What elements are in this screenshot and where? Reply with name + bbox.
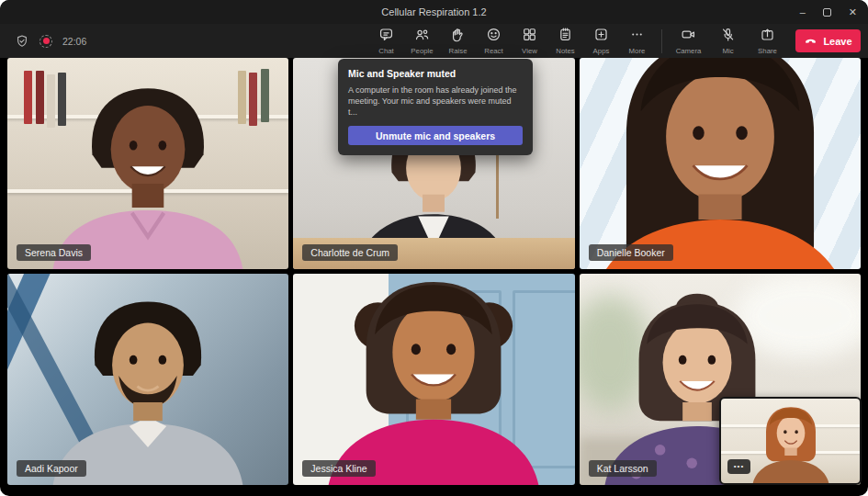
react-button[interactable]: React xyxy=(476,24,512,58)
notification-title: Mic and Speaker muted xyxy=(348,68,523,79)
people-button[interactable]: People xyxy=(404,24,440,58)
view-grid-icon xyxy=(522,27,537,46)
react-label: React xyxy=(484,47,502,55)
video-tile-jessica-kline[interactable]: Jessica Kline xyxy=(293,274,574,485)
people-label: People xyxy=(411,47,433,55)
more-button[interactable]: More xyxy=(619,24,655,58)
maximize-button[interactable] xyxy=(823,8,831,17)
toolbar-buttons: Chat People Raise React View Notes xyxy=(368,24,861,58)
notes-icon xyxy=(558,27,573,46)
camera-icon xyxy=(681,27,696,46)
teams-meeting-window: Cellular Respiration 1.2 – ✕ 22:06 Chat … xyxy=(0,0,868,496)
person-illustration xyxy=(293,274,574,485)
toolbar-divider xyxy=(661,29,662,53)
share-label: Share xyxy=(758,47,777,55)
minimize-button[interactable]: – xyxy=(800,7,806,17)
meeting-timer: 22:06 xyxy=(62,36,86,47)
apps-button[interactable]: Apps xyxy=(583,24,619,58)
participant-name-label: Serena Davis xyxy=(17,244,91,261)
chat-button[interactable]: Chat xyxy=(368,24,404,58)
self-person-illustration xyxy=(734,400,847,485)
close-button[interactable]: ✕ xyxy=(849,7,857,17)
meeting-toolbar: 22:06 Chat People Raise React View xyxy=(0,24,868,58)
person-illustration xyxy=(16,288,280,485)
shield-check-icon[interactable] xyxy=(15,34,29,49)
people-icon xyxy=(414,27,430,46)
video-tile-danielle-booker[interactable]: Danielle Booker xyxy=(580,58,861,269)
recording-indicator-icon xyxy=(39,35,52,48)
notes-label: Notes xyxy=(556,47,574,55)
more-label: More xyxy=(629,47,646,55)
camera-button[interactable]: Camera xyxy=(669,24,708,58)
view-button[interactable]: View xyxy=(512,24,547,58)
notes-button[interactable]: Notes xyxy=(547,24,583,58)
self-view-more-button[interactable]: ••• xyxy=(727,459,750,474)
unmute-button[interactable]: Unmute mic and speakers xyxy=(348,126,523,145)
more-ellipsis-icon xyxy=(629,27,645,46)
leave-button[interactable]: Leave xyxy=(795,29,861,52)
chat-icon xyxy=(378,27,394,46)
hang-up-icon xyxy=(804,34,817,48)
participant-name-label: Charlotte de Crum xyxy=(302,244,398,261)
mute-notification: Mic and Speaker muted A computer in the … xyxy=(338,59,533,155)
window-title: Cellular Respiration 1.2 xyxy=(0,0,868,24)
chat-label: Chat xyxy=(378,47,393,55)
video-tile-aadi-kapoor[interactable]: Aadi Kapoor xyxy=(7,274,288,485)
notification-body-line2: meeting. Your mic and speakers were mute… xyxy=(348,96,523,118)
mic-muted-icon xyxy=(720,27,736,46)
meeting-status-group: 22:06 xyxy=(15,24,86,58)
self-view-pip[interactable]: ••• xyxy=(719,397,862,485)
window-controls: – ✕ xyxy=(800,0,857,24)
leave-label: Leave xyxy=(823,36,851,47)
person-illustration xyxy=(16,73,280,269)
participant-name-label: Aadi Kapoor xyxy=(17,460,86,477)
person-illustration xyxy=(580,58,861,269)
react-smiley-icon xyxy=(486,27,502,46)
raise-hand-button[interactable]: Raise xyxy=(440,24,476,58)
share-icon xyxy=(760,27,775,46)
participant-name-label: Kat Larsson xyxy=(589,460,657,477)
participant-name-label: Danielle Booker xyxy=(589,244,673,261)
mic-muted-button[interactable]: Mic xyxy=(708,24,748,58)
apps-label: Apps xyxy=(593,47,610,55)
notification-body-line1: A computer in the room has already joine… xyxy=(348,85,523,96)
participant-name-label: Jessica Kline xyxy=(302,460,375,477)
raise-hand-label: Raise xyxy=(449,47,468,55)
share-button[interactable]: Share xyxy=(748,24,787,58)
mic-label: Mic xyxy=(722,47,733,55)
camera-label: Camera xyxy=(676,47,702,55)
video-tile-serena-davis[interactable]: Serena Davis xyxy=(7,58,288,269)
raise-hand-icon xyxy=(450,27,466,46)
title-bar: Cellular Respiration 1.2 – ✕ xyxy=(0,0,868,24)
view-label: View xyxy=(522,47,537,55)
apps-plus-icon xyxy=(593,27,609,46)
